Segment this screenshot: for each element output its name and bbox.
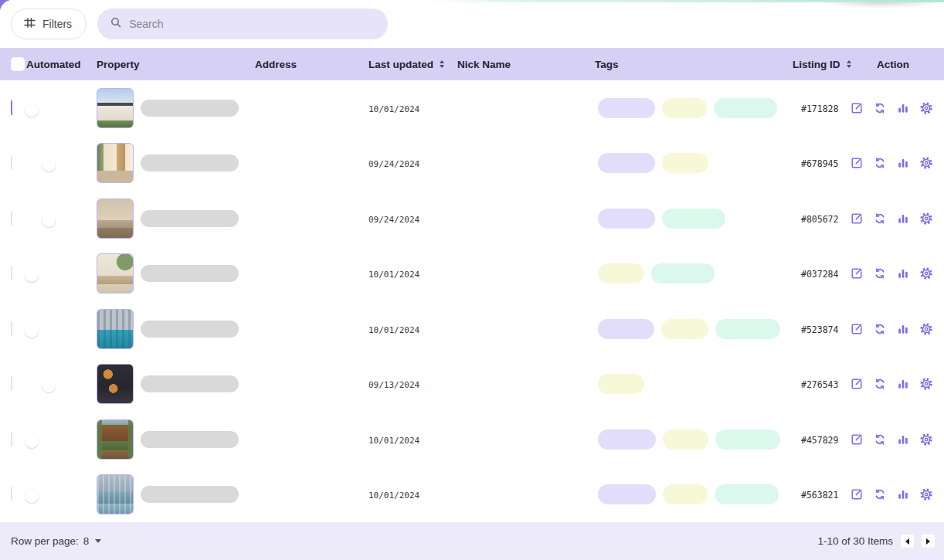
column-header-property: Property (97, 59, 255, 70)
tags-group (587, 98, 793, 118)
sliders-icon (23, 16, 36, 32)
row-checkbox[interactable] (11, 266, 12, 280)
sync-icon[interactable] (873, 487, 887, 501)
tag-pill-yellow (598, 374, 644, 394)
stats-icon[interactable] (896, 156, 910, 170)
edit-icon[interactable] (850, 212, 864, 226)
row-checkbox[interactable] (11, 432, 12, 446)
sync-icon[interactable] (873, 212, 887, 226)
stats-icon[interactable] (896, 101, 910, 115)
listing-id-value: #171828 (793, 104, 838, 114)
sync-icon[interactable] (873, 322, 887, 336)
listings-panel: Filters Automated Property Address Last … (0, 0, 944, 560)
edit-icon[interactable] (850, 266, 864, 280)
column-header-tags: Tags (587, 59, 793, 70)
tag-pill-lavender (598, 98, 655, 118)
sort-last-updated-button[interactable] (440, 60, 444, 68)
last-updated-value: 09/24/2024 (368, 215, 419, 225)
sync-icon[interactable] (873, 156, 887, 170)
property-photo (97, 364, 134, 404)
tag-pill-yellow (662, 153, 708, 173)
stats-icon[interactable] (896, 266, 910, 280)
edit-icon[interactable] (850, 433, 864, 446)
action-buttons (853, 377, 933, 391)
listing-id-value: #276543 (793, 379, 838, 390)
filters-button[interactable]: Filters (11, 8, 87, 39)
property-name-placeholder (141, 321, 239, 338)
property-name-placeholder (141, 375, 239, 392)
last-updated-value: 10/01/2024 (368, 104, 419, 114)
edit-icon[interactable] (850, 156, 864, 170)
last-updated-value: 09/24/2024 (368, 159, 419, 169)
stats-icon[interactable] (896, 487, 910, 501)
column-header-last-updated: Last updated (368, 59, 457, 70)
property-name-placeholder (141, 100, 239, 117)
row-checkbox[interactable] (11, 155, 12, 170)
toggle-knob (42, 378, 56, 392)
tags-group (587, 153, 793, 173)
previous-page-button[interactable] (901, 535, 914, 548)
property-photo (97, 199, 134, 239)
toggle-knob (25, 103, 39, 117)
table-row: 10/01/2024 #037284 (0, 246, 944, 302)
listing-id-value: #563821 (793, 490, 838, 501)
toggle-knob (25, 489, 39, 503)
sync-icon[interactable] (873, 433, 887, 446)
tags-group (587, 263, 793, 283)
settings-icon[interactable] (919, 212, 933, 226)
row-checkbox[interactable] (11, 321, 12, 336)
tag-pill-mint (714, 98, 777, 118)
tags-group (587, 209, 793, 229)
search-box[interactable] (97, 8, 388, 39)
stats-icon[interactable] (896, 433, 910, 446)
row-checkbox[interactable] (11, 487, 12, 501)
row-checkbox[interactable] (11, 100, 12, 115)
settings-icon[interactable] (919, 487, 933, 501)
column-header-listing-id: Listing ID (793, 59, 853, 70)
tags-group (587, 374, 793, 394)
settings-icon[interactable] (919, 433, 933, 446)
action-buttons (853, 156, 933, 170)
settings-icon[interactable] (919, 156, 933, 170)
settings-icon[interactable] (919, 377, 933, 391)
sync-icon[interactable] (873, 101, 887, 115)
settings-icon[interactable] (919, 101, 933, 115)
rows-per-page-label: Row per page: (11, 535, 79, 547)
edit-icon[interactable] (850, 101, 864, 115)
tag-pill-mint (715, 484, 779, 504)
stats-icon[interactable] (896, 377, 910, 391)
toggle-knob (25, 434, 39, 448)
edit-icon[interactable] (850, 487, 864, 501)
select-all-checkbox[interactable] (11, 57, 25, 71)
property-name-placeholder (141, 210, 239, 227)
sort-listing-id-button[interactable] (847, 60, 851, 68)
stats-icon[interactable] (896, 212, 910, 226)
property-name-placeholder (141, 265, 239, 282)
edit-icon[interactable] (850, 322, 864, 336)
column-header-action: Action (853, 59, 933, 70)
rows-per-page-select[interactable]: Row per page: 8 (11, 535, 101, 547)
tag-pill-yellow (663, 484, 708, 504)
settings-icon[interactable] (919, 322, 933, 336)
filters-button-label: Filters (42, 18, 72, 30)
tag-pill-lavender (598, 153, 655, 173)
row-checkbox[interactable] (11, 376, 12, 391)
stats-icon[interactable] (896, 322, 910, 336)
next-page-button[interactable] (922, 535, 935, 548)
toolbar: Filters (0, 0, 944, 48)
chevron-left-icon (905, 538, 909, 545)
edit-icon[interactable] (850, 377, 864, 391)
action-buttons (853, 266, 933, 280)
settings-icon[interactable] (919, 266, 933, 280)
last-updated-value: 10/01/2024 (368, 270, 419, 280)
sync-icon[interactable] (873, 377, 887, 391)
row-checkbox[interactable] (11, 211, 12, 226)
search-input[interactable] (129, 18, 375, 30)
top-edge-shadow (820, 2, 944, 8)
sync-icon[interactable] (873, 266, 887, 280)
listing-id-value: #523874 (793, 324, 838, 335)
action-buttons (853, 212, 933, 226)
table-row: 10/01/2024 #171828 (0, 80, 944, 136)
tags-group (587, 429, 793, 450)
toggle-knob (42, 213, 56, 227)
